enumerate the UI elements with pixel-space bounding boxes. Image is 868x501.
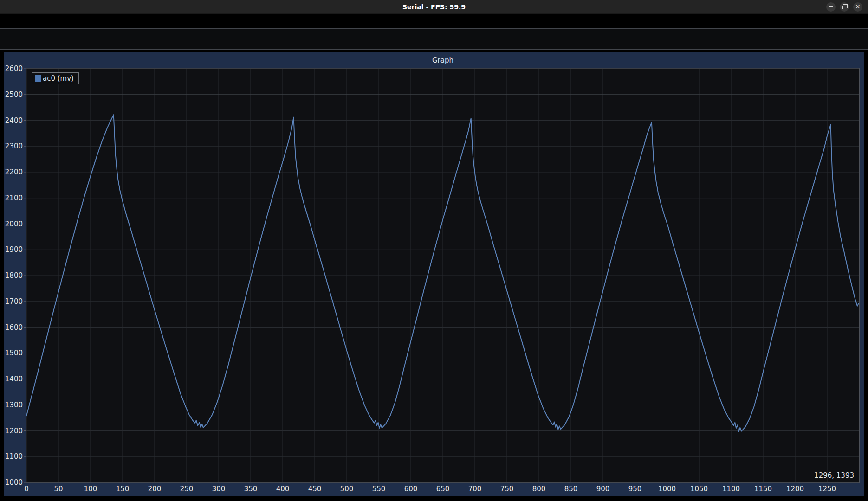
maximize-button[interactable]	[840, 2, 849, 12]
y-tick-label: 1300	[4, 401, 25, 409]
close-icon: ✕	[853, 2, 862, 12]
x-tick-label: 550	[372, 485, 386, 493]
toolbar-divider	[0, 40, 868, 40]
x-tick-label: 600	[404, 485, 418, 493]
x-tick-label: 450	[308, 485, 322, 493]
x-tick-label: 900	[596, 485, 610, 493]
y-tick-label: 2200	[4, 168, 25, 176]
x-tick-label: 500	[340, 485, 354, 493]
x-tick-label: 700	[468, 485, 482, 493]
chart-panel: Graph 1000110012001300140015001600170018…	[4, 52, 864, 496]
y-tick-label: 1900	[4, 245, 25, 254]
x-tick-label: 750	[500, 485, 514, 493]
y-tick-label: 2300	[4, 142, 25, 150]
y-tick-label: 1100	[4, 452, 25, 461]
x-tick-label: 850	[564, 485, 578, 493]
toolbar-panel	[0, 28, 868, 50]
x-tick-label: 1000	[658, 485, 676, 493]
y-tick-label: 1500	[4, 349, 25, 357]
y-tick-label: 2400	[4, 116, 25, 125]
window-titlebar: Serial - FPS: 59.9 ✕	[0, 0, 868, 14]
x-tick-label: 1150	[754, 485, 772, 493]
x-tick-label: 1050	[690, 485, 708, 493]
x-tick-label: 950	[628, 485, 642, 493]
minimize-button[interactable]	[826, 2, 836, 12]
y-axis-labels: 1000110012001300140015001600170018001900…	[4, 69, 25, 482]
x-tick-label: 200	[148, 485, 162, 493]
x-tick-label: 300	[212, 485, 226, 493]
chart-title: Graph	[26, 56, 859, 67]
window-controls: ✕	[826, 2, 862, 12]
y-tick-label: 2000	[4, 220, 25, 228]
x-tick-label: 1100	[722, 485, 740, 493]
maximize-icon	[842, 6, 846, 9]
y-tick-label: 2100	[4, 194, 25, 202]
x-tick-label: 400	[276, 485, 290, 493]
x-tick-label: 350	[244, 485, 258, 493]
x-tick-label: 50	[54, 485, 63, 493]
y-tick-label: 2500	[4, 90, 25, 99]
window-title: Serial - FPS: 59.9	[0, 0, 868, 14]
y-tick-label: 2600	[4, 64, 25, 73]
y-tick-label: 1000	[4, 478, 25, 487]
x-tick-label: 100	[84, 485, 97, 493]
x-tick-label: 250	[180, 485, 194, 493]
x-tick-label: 650	[436, 485, 450, 493]
y-tick-label: 1400	[4, 375, 25, 383]
x-tick-label: 1250	[818, 485, 836, 493]
y-tick-label: 1700	[4, 297, 25, 306]
legend[interactable]: ac0 (mv)	[32, 72, 79, 84]
close-button[interactable]: ✕	[853, 2, 862, 12]
waveform-canvas	[26, 69, 859, 482]
x-axis-labels: 0501001502002503003504004505005506006507…	[26, 485, 859, 495]
legend-swatch-icon	[35, 75, 41, 82]
x-tick-label: 0	[24, 485, 29, 493]
x-tick-label: 150	[116, 485, 130, 493]
y-tick-label: 1200	[4, 427, 25, 435]
legend-label: ac0 (mv)	[43, 75, 74, 82]
y-tick-label: 1600	[4, 323, 25, 332]
cursor-coordinates: 1296, 1393	[814, 471, 854, 480]
y-tick-label: 1800	[4, 271, 25, 280]
plot-area[interactable]: ac0 (mv) 1296, 1393	[26, 69, 859, 482]
minimize-icon	[829, 6, 833, 7]
x-tick-label: 1200	[786, 485, 804, 493]
x-tick-label: 800	[532, 485, 546, 493]
